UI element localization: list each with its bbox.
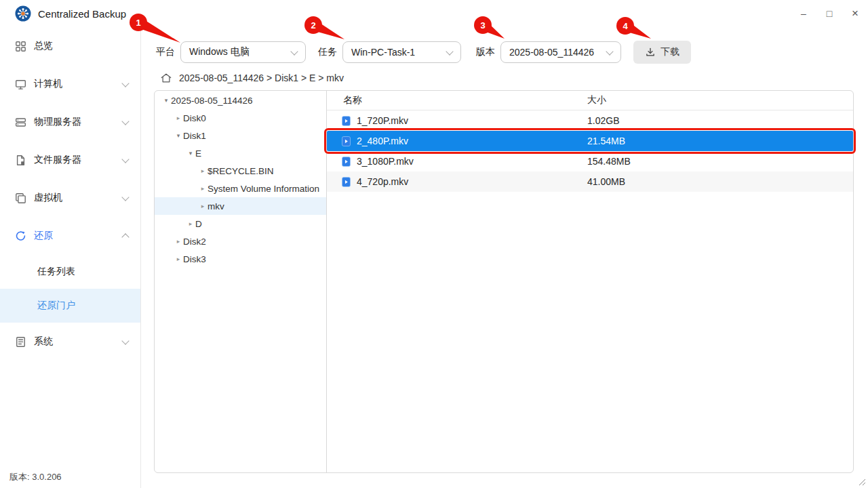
minimize-button[interactable]: – (791, 0, 816, 27)
column-header-name[interactable]: 名称 (343, 94, 587, 106)
folder-tree: ▾2025-08-05_114426▸Disk0▾Disk1▾E▸$RECYCL… (155, 91, 327, 472)
expand-arrow-down-icon[interactable]: ▾ (161, 97, 171, 104)
tree-node-E[interactable]: ▾E (155, 144, 326, 162)
video-file-icon (342, 157, 351, 167)
tree-node-$RECYCLE.BIN[interactable]: ▸$RECYCLE.BIN (155, 162, 326, 180)
tree-node-Disk1[interactable]: ▾Disk1 (155, 127, 326, 144)
file-name: 1_720P.mkv (357, 115, 587, 126)
column-header-size[interactable]: 大小 (587, 94, 853, 106)
app-title: Centralized Backup (38, 8, 126, 20)
file-row-1_720P.mkv[interactable]: 1_720P.mkv1.02GB (327, 110, 853, 131)
sidebar-item-文件服务器[interactable]: 文件服务器 (0, 141, 140, 179)
file-server-icon (15, 155, 26, 166)
sidebar-item-物理服务器[interactable]: 物理服务器 (0, 103, 140, 141)
sidebar-item-还原门户[interactable]: 还原门户 (0, 289, 140, 323)
expand-arrow-right-icon[interactable]: ▸ (198, 185, 208, 192)
tree-node-System Volume Information[interactable]: ▸System Volume Information (155, 180, 326, 197)
video-file-icon (342, 136, 351, 146)
file-row-4_720p.mkv[interactable]: 4_720p.mkv41.00MB (327, 171, 853, 192)
sidebar-item-label: 还原 (34, 230, 53, 242)
sidebar-item-label: 文件服务器 (34, 154, 81, 166)
expand-arrow-right-icon[interactable]: ▸ (186, 220, 195, 227)
file-table: 名称 大小 1_720P.mkv1.02GB2_480P.mkv21.54MB3… (327, 91, 853, 472)
breadcrumb-path[interactable]: 2025-08-05_114426 > Disk1 > E > mkv (179, 73, 344, 83)
table-header: 名称 大小 (327, 91, 853, 110)
sidebar-item-系统[interactable]: 系统 (0, 323, 140, 361)
chevron-down-icon (121, 155, 129, 163)
file-size: 154.48MB (587, 156, 853, 167)
file-name: 4_720p.mkv (357, 176, 587, 187)
tree-node-Disk3[interactable]: ▸Disk3 (155, 250, 326, 268)
content-panel: ▾2025-08-05_114426▸Disk0▾Disk1▾E▸$RECYCL… (154, 90, 854, 473)
download-icon (645, 47, 656, 58)
titlebar: Centralized Backup – □ × (0, 0, 868, 28)
expand-arrow-down-icon[interactable]: ▾ (174, 132, 183, 139)
tree-node-D[interactable]: ▸D (155, 215, 326, 232)
toolbar: 平台 Windows 电脑 任务 Win-PC-Task-1 版本 2025-0… (156, 41, 691, 64)
home-icon[interactable] (160, 73, 172, 83)
download-button[interactable]: 下载 (633, 41, 691, 64)
version-select[interactable]: 2025-08-05_114426 (500, 41, 621, 63)
expand-arrow-right-icon[interactable]: ▸ (174, 238, 183, 245)
sidebar-item-label: 还原门户 (37, 300, 75, 312)
tree-node-2025-08-05_114426[interactable]: ▾2025-08-05_114426 (155, 92, 326, 109)
chevron-up-icon (121, 233, 129, 241)
main-area: 平台 Windows 电脑 任务 Win-PC-Task-1 版本 2025-0… (141, 27, 868, 488)
task-label: 任务 (318, 46, 337, 58)
tree-node-Disk0[interactable]: ▸Disk0 (155, 109, 326, 127)
maximize-button[interactable]: □ (816, 0, 842, 27)
expand-arrow-right-icon[interactable]: ▸ (198, 167, 208, 174)
breadcrumb: 2025-08-05_114426 > Disk1 > E > mkv (160, 71, 344, 85)
expand-arrow-right-icon[interactable]: ▸ (174, 115, 183, 121)
file-size: 1.02GB (587, 115, 853, 126)
resize-grip[interactable] (856, 476, 866, 486)
expand-arrow-right-icon[interactable]: ▸ (174, 256, 183, 262)
sidebar-item-label: 计算机 (34, 78, 62, 90)
vm-icon (15, 192, 26, 204)
version-label: 版本 (476, 46, 495, 58)
chevron-down-icon (290, 47, 298, 55)
download-button-label: 下载 (660, 46, 679, 58)
expand-arrow-right-icon[interactable]: ▸ (198, 203, 208, 209)
system-icon (15, 336, 26, 348)
sidebar-item-任务列表[interactable]: 任务列表 (0, 255, 140, 289)
chevron-down-icon (606, 47, 613, 55)
sidebar-item-label: 虚拟机 (34, 192, 62, 204)
computer-icon (15, 79, 26, 90)
sidebar-item-label: 物理服务器 (34, 116, 81, 128)
task-select[interactable]: Win-PC-Task-1 (342, 41, 461, 63)
video-file-icon (342, 116, 351, 126)
sidebar-item-还原[interactable]: 还原 (0, 217, 140, 255)
sidebar-item-计算机[interactable]: 计算机 (0, 65, 140, 103)
chevron-down-icon (121, 337, 129, 344)
platform-select-value: Windows 电脑 (189, 46, 250, 58)
platform-select[interactable]: Windows 电脑 (180, 41, 306, 63)
task-select-value: Win-PC-Task-1 (351, 47, 415, 58)
tree-node-label: $RECYCLE.BIN (208, 166, 274, 176)
close-button[interactable]: × (842, 0, 868, 27)
sidebar-item-虚拟机[interactable]: 虚拟机 (0, 179, 140, 217)
chevron-down-icon (121, 79, 129, 87)
tree-node-mkv[interactable]: ▸mkv (155, 197, 326, 215)
sidebar-nav: 总览计算机物理服务器文件服务器虚拟机还原任务列表还原门户系统 (0, 27, 140, 361)
tree-node-label: Disk2 (183, 237, 206, 247)
table-body: 1_720P.mkv1.02GB2_480P.mkv21.54MB3_1080P… (327, 110, 853, 192)
app-logo-icon (15, 5, 31, 22)
version-select-value: 2025-08-05_114426 (509, 47, 594, 58)
chevron-down-icon (121, 193, 129, 201)
expand-arrow-down-icon[interactable]: ▾ (186, 150, 195, 157)
tree-node-label: D (195, 219, 202, 229)
app-version-label: 版本: 3.0.206 (9, 471, 62, 483)
sidebar-item-label: 系统 (34, 336, 53, 348)
chevron-down-icon (446, 47, 453, 55)
tree-node-label: Disk1 (183, 131, 206, 141)
sidebar: 总览计算机物理服务器文件服务器虚拟机还原任务列表还原门户系统 版本: 3.0.2… (0, 27, 141, 488)
file-row-3_1080P.mkv[interactable]: 3_1080P.mkv154.48MB (327, 151, 853, 171)
file-name: 2_480P.mkv (357, 136, 587, 146)
grid-icon (15, 41, 26, 52)
sidebar-item-label: 任务列表 (37, 266, 75, 278)
restore-icon (15, 230, 26, 242)
file-row-2_480P.mkv[interactable]: 2_480P.mkv21.54MB (327, 131, 853, 151)
sidebar-item-总览[interactable]: 总览 (0, 27, 140, 65)
tree-node-Disk2[interactable]: ▸Disk2 (155, 232, 326, 250)
